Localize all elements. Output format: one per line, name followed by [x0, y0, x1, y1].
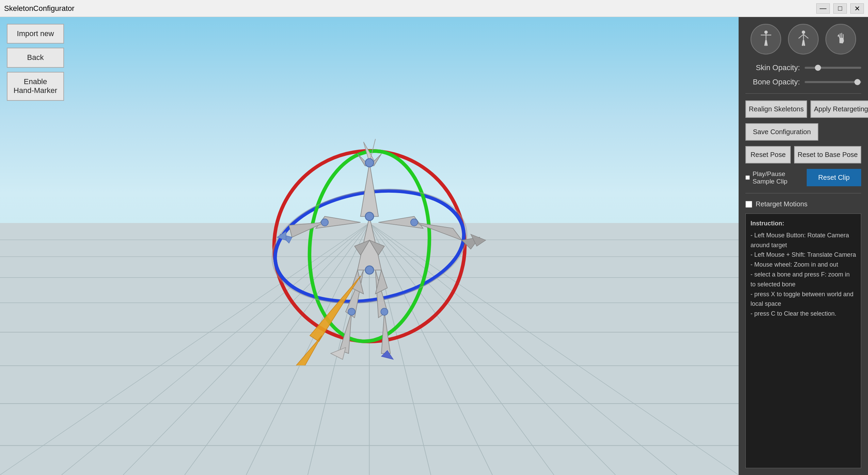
- instructions-lines: - Left Mouse Button: Rotate Camera aroun…: [751, 231, 856, 319]
- retarget-motions-label: Retarget Motions: [756, 200, 807, 208]
- pose-icons-row: [745, 24, 861, 54]
- divider-1: [745, 93, 861, 94]
- reset-pose-row: Reset Pose Reset to Base Pose: [745, 146, 861, 163]
- app-title: SkeletonConfigurator: [4, 4, 75, 13]
- retarget-motions-row: Retarget Motions: [745, 200, 861, 208]
- svg-point-51: [365, 158, 374, 167]
- retarget-motions-checkbox[interactable]: [745, 201, 752, 208]
- instruction-line: - Left Mouse Button: Rotate Camera aroun…: [751, 231, 856, 250]
- bone-opacity-row: Bone Opacity:: [745, 78, 861, 86]
- bone-opacity-thumb[interactable]: [854, 79, 861, 85]
- reset-clip-button[interactable]: Reset Clip: [807, 169, 861, 186]
- instruction-line: - press C to Clear the selection.: [751, 309, 856, 319]
- svg-point-52: [365, 212, 374, 221]
- bone-opacity-label: Bone Opacity:: [745, 78, 800, 86]
- import-new-button[interactable]: Import new: [7, 24, 64, 44]
- play-pause-label: Play/Pause Sample Clip: [753, 170, 787, 185]
- reset-pose-button[interactable]: Reset Pose: [745, 146, 791, 163]
- instruction-line: - Mouse wheel: Zoom in and out: [751, 260, 856, 270]
- svg-point-55: [410, 219, 417, 226]
- divider-2: [745, 193, 861, 193]
- skin-opacity-thumb[interactable]: [815, 65, 821, 71]
- svg-point-58: [764, 30, 768, 34]
- save-config-row: Save Configuration: [745, 123, 861, 141]
- 3d-viewport[interactable]: Import new Back Enable Hand-Marker: [0, 17, 739, 475]
- apply-retargeting-button[interactable]: Apply Retargeting: [810, 100, 868, 118]
- skin-opacity-label: Skin Opacity:: [745, 63, 800, 72]
- svg-line-66: [804, 34, 808, 38]
- skin-opacity-track[interactable]: [805, 67, 861, 69]
- titlebar-controls: — □ ✕: [816, 3, 864, 14]
- enable-hand-marker-button[interactable]: Enable Hand-Marker: [7, 72, 64, 101]
- reset-base-pose-button[interactable]: Reset to Base Pose: [794, 146, 861, 163]
- instructions-box: Instruction: - Left Mouse Button: Rotate…: [745, 213, 861, 468]
- svg-marker-26: [358, 216, 381, 270]
- play-pause-checkbox[interactable]: [745, 175, 750, 180]
- t-pose-button[interactable]: [751, 24, 781, 54]
- svg-marker-41: [331, 347, 346, 359]
- svg-point-56: [348, 308, 355, 315]
- instructions-title: Instruction:: [751, 219, 856, 228]
- main-layout: Import new Back Enable Hand-Marker: [0, 17, 868, 475]
- svg-marker-36: [414, 222, 462, 240]
- skeleton-3d-model[interactable]: [250, 127, 489, 365]
- svg-rect-64: [803, 34, 804, 40]
- svg-line-65: [799, 34, 803, 38]
- right-panel: Skin Opacity: Bone Opacity: Realign Skel…: [739, 17, 868, 475]
- back-button[interactable]: Back: [7, 48, 64, 67]
- hand-pose-button[interactable]: [825, 24, 856, 54]
- realign-retargeting-row: Realign Skeletons Apply Retargeting: [745, 100, 861, 118]
- svg-point-54: [321, 219, 328, 226]
- play-pause-section: Play/Pause Sample Clip: [745, 170, 803, 185]
- play-reset-row: Play/Pause Sample Clip Reset Clip: [745, 169, 861, 186]
- instruction-line: - select a bone and press F: zoom in to …: [751, 270, 856, 289]
- instruction-line: - press X to toggle between world and lo…: [751, 289, 856, 309]
- save-configuration-button[interactable]: Save Configuration: [745, 123, 818, 141]
- titlebar: SkeletonConfigurator — □ ✕: [0, 0, 868, 17]
- svg-point-63: [802, 30, 805, 34]
- svg-point-53: [365, 266, 374, 274]
- minimize-button[interactable]: —: [816, 3, 830, 14]
- a-pose-button[interactable]: [788, 24, 819, 54]
- close-button[interactable]: ✕: [850, 3, 864, 14]
- svg-rect-60: [761, 34, 771, 35]
- instruction-line: - Left Mouse + Shift: Translate Camera: [751, 250, 856, 260]
- skin-opacity-row: Skin Opacity:: [745, 63, 861, 72]
- bone-opacity-track[interactable]: [805, 81, 861, 83]
- svg-marker-32: [289, 222, 325, 237]
- maximize-button[interactable]: □: [833, 3, 847, 14]
- left-panel: Import new Back Enable Hand-Marker: [7, 24, 64, 101]
- svg-point-57: [381, 308, 388, 315]
- realign-skeletons-button[interactable]: Realign Skeletons: [745, 100, 807, 118]
